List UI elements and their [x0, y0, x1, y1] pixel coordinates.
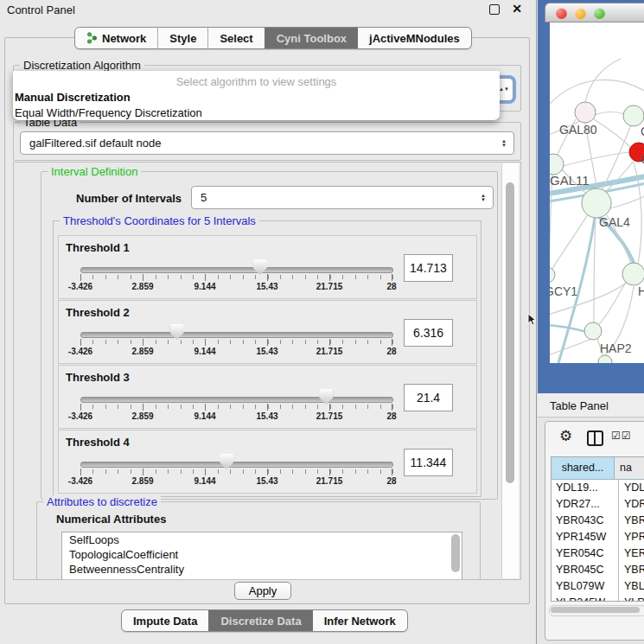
- network-canvas[interactable]: GAL80GACGAL11GAL4GCY1HHAP2: [550, 22, 644, 363]
- algorithm-option-equal-width-frequency-discretization[interactable]: Equal Width/Frequency Discretization: [13, 105, 500, 121]
- cell-shared-name: YLR345W: [552, 595, 619, 602]
- tab-infer-network[interactable]: Infer Network: [313, 610, 407, 631]
- tab-jactivemnodules[interactable]: jActiveMNodules: [358, 28, 471, 48]
- threshold-slider-track[interactable]: [80, 397, 393, 403]
- tab-cyni-toolbox[interactable]: Cyni Toolbox: [265, 28, 358, 48]
- gear-icon[interactable]: ⚙: [559, 427, 572, 445]
- cell-name: YDR2: [619, 496, 644, 513]
- slider-major-tick: [205, 339, 206, 346]
- network-edge[interactable]: [610, 195, 644, 208]
- stepper-arrows-icon: ▲▼: [499, 87, 509, 92]
- table-data-combobox[interactable]: galFiltered.sif default node ▲▼: [20, 131, 514, 155]
- network-edge[interactable]: [595, 112, 624, 116]
- slider-tick-label: 28: [386, 282, 396, 291]
- slider-tick-label: -3.426: [68, 476, 92, 486]
- horizontal-scrollbar[interactable]: [549, 605, 644, 616]
- network-node[interactable]: [550, 267, 555, 283]
- network-node[interactable]: [550, 154, 564, 175]
- list-scrollbar-thumb[interactable]: [451, 534, 460, 572]
- table-row[interactable]: YDL19...YDL1: [552, 480, 644, 496]
- tab-style[interactable]: Style: [157, 28, 207, 48]
- table-row[interactable]: YBR045CYBR0: [552, 562, 644, 578]
- split-view-icon[interactable]: [587, 430, 603, 446]
- network-edge[interactable]: [599, 282, 626, 324]
- network-node[interactable]: [582, 188, 611, 218]
- slider-major-tick: [143, 274, 143, 281]
- zoom-traffic-light[interactable]: [594, 8, 605, 19]
- tab-network[interactable]: Network: [75, 28, 157, 48]
- screen: Control Panel ✕ Discretization Algorithm…: [0, 0, 644, 644]
- table-row[interactable]: YBL079WYBL0: [552, 578, 644, 595]
- attribute-item-topologicalcoefficient[interactable]: TopologicalCoefficient: [62, 547, 462, 562]
- stepper-arrows-icon: ▲▼: [476, 194, 490, 202]
- attributes-group: Attributes to discretize Numerical Attri…: [36, 501, 481, 580]
- slider-tick-label: 15.43: [256, 476, 277, 486]
- network-node[interactable]: [622, 263, 644, 285]
- slider-major-tick: [392, 339, 392, 346]
- threshold-label: Threshold 3: [66, 371, 130, 384]
- column-header-name[interactable]: na: [615, 457, 644, 479]
- slider-major-tick: [143, 469, 143, 475]
- table-row[interactable]: YDR27...YDR2: [552, 496, 644, 513]
- network-edge[interactable]: [550, 175, 552, 267]
- threshold-value-field[interactable]: 21.4: [404, 384, 453, 411]
- tab-impute-data[interactable]: Impute Data: [122, 610, 208, 631]
- checkbox-columns-icon[interactable]: ☑☑: [611, 430, 632, 442]
- table-row[interactable]: YPR145WYPR1: [552, 529, 644, 545]
- threshold-value-field[interactable]: 11.344: [404, 449, 453, 476]
- table-data-value: galFiltered.sif default node: [21, 137, 497, 150]
- slider-major-tick: [267, 469, 268, 475]
- table-row[interactable]: YBR043CYBR0: [552, 513, 644, 529]
- network-edge[interactable]: [594, 119, 630, 147]
- threshold-slider-track[interactable]: [80, 462, 393, 468]
- minimize-traffic-light[interactable]: [575, 8, 586, 19]
- threshold-panel-2: Threshold 2-3.4262.8599.14415.4321.71528…: [58, 300, 477, 364]
- horizontal-scrollbar-thumb[interactable]: [551, 607, 640, 613]
- table-data-group: Table Data galFiltered.sif default node …: [13, 122, 521, 161]
- network-node[interactable]: [575, 102, 596, 123]
- table-row[interactable]: YLR345WYLR3: [552, 595, 644, 602]
- algorithm-option-manual-discretization[interactable]: Manual Discretization: [13, 90, 500, 105]
- close-traffic-light[interactable]: [556, 8, 567, 19]
- slider-tick-label: 9.144: [194, 282, 215, 291]
- network-node[interactable]: [623, 105, 644, 126]
- vertical-scrollbar[interactable]: [501, 163, 519, 578]
- slider-major-tick: [329, 404, 330, 411]
- tab-label: Discretize Data: [220, 615, 301, 628]
- network-node[interactable]: [598, 355, 612, 363]
- attribute-item-betweennesscentrality[interactable]: BetweennessCentrality: [62, 562, 462, 577]
- slider-major-tick: [267, 404, 268, 411]
- node-label-h: H: [638, 284, 644, 298]
- tab-label: Impute Data: [133, 615, 197, 628]
- scrollbar-thumb[interactable]: [506, 182, 514, 483]
- network-edge[interactable]: [550, 214, 588, 273]
- cell-shared-name: YER054C: [552, 545, 619, 562]
- tab-discretize-data[interactable]: Discretize Data: [208, 610, 312, 631]
- network-edge[interactable]: [564, 152, 629, 166]
- node-label-gal80: GAL80: [559, 123, 597, 137]
- threshold-value-field[interactable]: 6.316: [404, 319, 453, 347]
- threshold-slider-track[interactable]: [80, 332, 393, 338]
- network-edge[interactable]: [594, 218, 596, 322]
- close-icon[interactable]: ✕: [512, 2, 522, 16]
- interval-definition-label: Interval Definition: [48, 165, 141, 178]
- float-window-icon[interactable]: [489, 4, 500, 15]
- network-edge[interactable]: [550, 80, 644, 105]
- attribute-item-selfloops[interactable]: SelfLoops: [62, 532, 462, 547]
- slider-tick-label: 15.43: [256, 347, 277, 356]
- apply-button[interactable]: Apply: [234, 582, 291, 600]
- threshold-slider-track[interactable]: [80, 267, 393, 273]
- threshold-label: Threshold 1: [66, 241, 130, 254]
- number-of-intervals-combobox[interactable]: 5 ▲▼: [191, 186, 494, 209]
- threshold-value-field[interactable]: 14.713: [404, 254, 453, 282]
- tab-select[interactable]: Select: [207, 28, 264, 48]
- algorithm-dropdown-popup: Select algorithm to view settings Manual…: [13, 71, 500, 120]
- column-header-shared-name[interactable]: shared...: [552, 457, 615, 479]
- network-node[interactable]: [584, 322, 602, 340]
- threshold-panel-3: Threshold 3-3.4262.8599.14415.4321.71528…: [58, 365, 477, 429]
- cell-name: YBR0: [619, 562, 644, 578]
- algorithm-options: Manual DiscretizationEqual Width/Frequen…: [13, 90, 500, 121]
- table-row[interactable]: YER054CYER0: [552, 545, 644, 562]
- numerical-attributes-list[interactable]: SelfLoopsTopologicalCoefficientBetweenne…: [61, 532, 462, 580]
- slider-tick-label: -3.426: [68, 411, 92, 421]
